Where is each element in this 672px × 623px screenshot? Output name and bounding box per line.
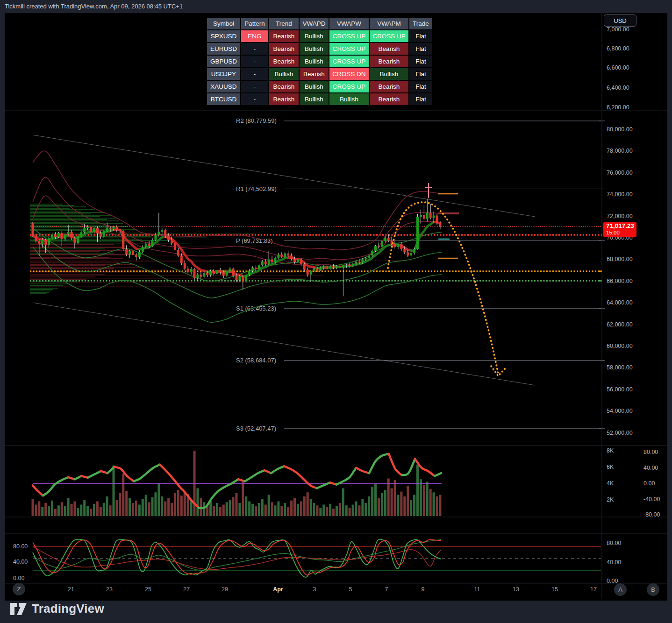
volume-bar [180,496,183,516]
time-axis-label: 9 [422,586,425,593]
candle-body [90,227,92,233]
table-cell-r5-c2: Bearish [269,93,299,105]
table-cell-r3-c3: Bearish [300,68,329,80]
marker-b-badge[interactable]: B [647,583,659,596]
candle-body [138,252,141,257]
candle-body [109,228,112,229]
table-cell-r5-c1: - [241,93,268,105]
time-axis-label: 5 [349,586,352,593]
tradingview-logo[interactable]: TradingView [9,602,104,616]
volume-bar [426,482,429,517]
currency-toggle-button[interactable]: USD [604,14,636,27]
price-axis-label: 76,000.00 [607,170,633,176]
volume-bar [277,502,279,517]
tradingview-screenshot: { "header": {"title": "Tickmill created … [0,0,672,623]
candle-body [151,240,154,246]
marker-a-badge[interactable]: A [614,583,627,596]
volume-bar [280,506,283,516]
volume-bar [326,507,328,516]
candle-body [122,231,124,249]
candle-body [336,266,338,267]
candle-body [342,265,344,267]
volume-axis-label: 4K [607,480,614,487]
volume-bar [284,503,286,516]
table-cell-r1-c2: Bearish [269,43,299,55]
table-header-pattern: Pattern [241,18,268,29]
pivot-label: R2 (80,779.59) [236,117,277,124]
candle-body [274,258,277,262]
volume-bar [151,497,154,516]
volume-bar [416,465,419,516]
candle-body [293,259,296,262]
candle-body [326,266,328,269]
candle-body [410,253,412,255]
candle-body [387,238,390,241]
candle-body [407,252,409,255]
candle-body [51,234,53,238]
volume-bar [255,506,257,516]
candle-body [307,269,309,274]
volume-bar [258,503,260,516]
volume-bar [303,496,306,516]
table-cell-r4-c5: Bearish [370,81,408,92]
volume-bar [271,502,273,516]
candle-body [219,270,222,273]
table-cell-r5-c4: Bullish [329,93,369,105]
candle-body [426,213,429,219]
volume-bar [54,509,57,516]
candle-body [187,269,189,272]
time-axis-label: 25 [145,586,151,593]
volume-bar [423,485,425,517]
table-cell-r1-c6: Flat [409,43,432,55]
timezone-badge[interactable]: Z [13,583,25,595]
oscillator-axis-label: -40.00 [643,496,660,503]
candle-body [115,227,118,230]
candle-body [86,227,89,228]
axis-dot [599,280,601,282]
volume-bar [51,501,53,516]
candle-body [245,275,247,282]
volume-bar [410,500,412,516]
candle-body [80,232,82,236]
candle-body [57,233,60,237]
time-axis-label: 29 [222,586,228,593]
volume-bar [71,504,73,516]
candle-body [290,255,293,259]
time-axis-label: 21 [68,586,74,593]
volume-bar [251,504,254,516]
price-axis-label: 80,000.00 [607,126,633,133]
price-axis-label: 54,000.00 [607,408,633,414]
volume-bar [378,498,380,517]
candle-body [216,270,218,274]
table-cell-r4-c3: Bullish [300,81,329,92]
candle-body [142,247,144,252]
volume-bar [245,496,247,516]
candle-body [242,276,244,282]
volume-bar [336,506,338,516]
volume-bar [106,496,108,516]
candle-body [255,268,257,269]
table-cell-r2-c0: GBPUSD [207,56,240,67]
candle-body [229,269,231,271]
candle-body [433,215,435,218]
stoch-left-label: 80.00 [13,543,28,550]
volume-bar [319,508,322,517]
candle-body [271,259,273,262]
volume-bar [119,493,121,516]
candle-body [171,240,173,243]
candle-body [184,263,186,269]
time-axis-label: 15 [551,586,558,593]
volume-bar [384,490,386,516]
table-cell-r3-c5: Bullish [370,68,408,80]
volume-bar [73,502,76,517]
volume-bar [293,498,296,517]
stoch-right-label: 0.00 [607,578,618,584]
candle-body [378,246,380,247]
candle-body [413,249,415,253]
table-header-vwapd: VWAPD [300,18,329,29]
volume-bar [349,508,351,517]
table-cell-r3-c4: CROSS DN [329,68,369,80]
candle-body [67,232,70,234]
time-axis-label: 27 [183,586,190,593]
table-cell-r4-c4: CROSS UP [329,81,369,92]
